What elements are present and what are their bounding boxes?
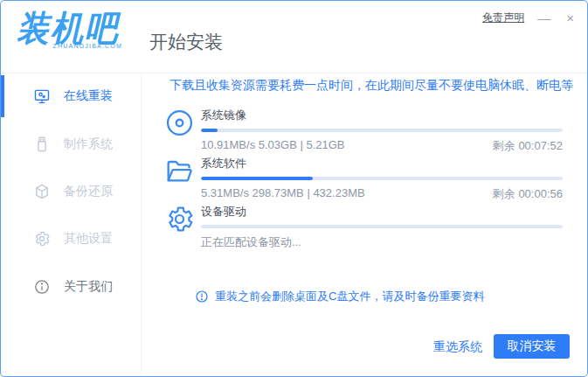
sidebar-item-label: 制作系统	[64, 136, 113, 152]
task-stats: 10.91MB/s 5.03GB | 5.21GB	[201, 138, 345, 154]
task-stats: 5.31MB/s 298.73MB | 432.23MB	[201, 186, 365, 202]
sidebar-item-other-settings[interactable]: 其他设置	[1, 227, 141, 251]
sidebar-item-about-us[interactable]: 关于我们	[1, 275, 141, 299]
app-window: 装机吧 ZHUANGJIBA.COM 开始安装 免责声明 — × 在线重装	[0, 0, 588, 377]
gear-icon	[33, 230, 51, 248]
titlebar-controls: 免责声明 — ×	[482, 10, 577, 26]
progress-fill	[201, 177, 313, 180]
minimize-button[interactable]: —	[535, 10, 553, 26]
disclaimer-link[interactable]: 免责声明	[482, 10, 524, 25]
close-button[interactable]: ×	[564, 10, 577, 26]
task-remaining: 剩余 00:00:56	[493, 186, 563, 202]
brand-text: 装机吧	[17, 10, 126, 48]
task-label: 系统软件	[201, 156, 563, 171]
sidebar-item-label: 备份还原	[64, 184, 113, 199]
sidebar-item-label: 其他设置	[64, 231, 113, 247]
sidebar-item-make-system[interactable]: 制作系统	[1, 132, 141, 157]
task-status-text: 正在匹配设备驱动...	[201, 234, 301, 250]
progress-fill	[201, 129, 218, 132]
progress-bar	[201, 129, 563, 132]
backup-cube-icon	[33, 183, 51, 200]
disc-icon	[164, 108, 195, 138]
backup-warning: 重装之前会删除桌面及C盘文件，请及时备份重要资料	[195, 289, 484, 304]
sidebar-item-label: 在线重装	[64, 88, 113, 104]
sidebar-item-label: 关于我们	[64, 279, 113, 295]
task-remaining: 剩余 00:07:52	[493, 138, 563, 154]
gear-icon	[164, 204, 195, 234]
sidebar: 在线重装 制作系统 备份还原	[1, 73, 142, 377]
reselect-system-button[interactable]: 重选系统	[433, 334, 482, 359]
sidebar-item-online-reinstall[interactable]: 在线重装	[1, 84, 141, 108]
task-system-image: 系统镜像 10.91MB/s 5.03GB | 5.21GB 剩余 00:07:…	[164, 105, 563, 150]
warning-text: 重装之前会删除桌面及C盘文件，请及时备份重要资料	[215, 289, 484, 304]
page-title: 开始安装	[149, 30, 223, 54]
progress-bar	[201, 177, 563, 180]
sidebar-item-backup-restore[interactable]: 备份还原	[1, 179, 141, 204]
task-label: 设备驱动	[201, 204, 563, 220]
task-device-drivers: 设备驱动 正在匹配设备驱动...	[164, 201, 563, 247]
task-system-software: 系统软件 5.31MB/s 298.73MB | 432.23MB 剩余 00:…	[164, 153, 563, 199]
app-logo: 装机吧 ZHUANGJIBA.COM	[17, 10, 126, 49]
monitor-reinstall-icon	[33, 87, 51, 105]
info-icon	[33, 278, 51, 296]
download-notice: 下载且收集资源需要耗费一点时间，在此期间尽量不要使电脑休眠、断电等	[163, 78, 580, 94]
progress-bar	[201, 225, 563, 228]
cancel-install-button[interactable]: 取消安装	[494, 334, 570, 359]
usb-drive-icon	[33, 136, 51, 153]
folder-icon	[164, 156, 195, 186]
exclamation-circle-icon	[195, 290, 209, 304]
task-label: 系统镜像	[201, 108, 563, 123]
